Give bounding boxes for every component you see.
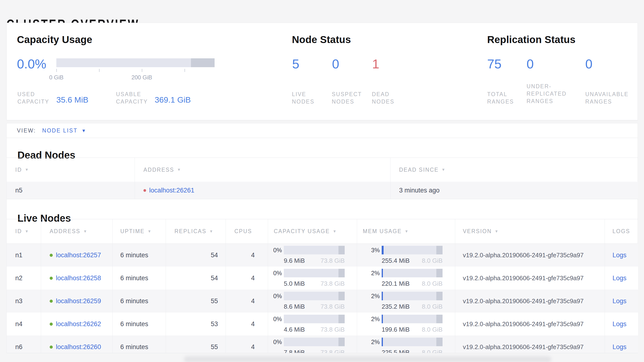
- mem-bar-fill: [382, 246, 384, 254]
- logs-link[interactable]: Logs: [612, 274, 626, 282]
- mem-usage-cell: 3% 255.4 MiB 8.0 GiB: [357, 244, 455, 267]
- node-address-link[interactable]: localhost:26257: [56, 252, 101, 259]
- mem-bar: [382, 292, 442, 300]
- capacity-percent: 0%: [272, 338, 282, 345]
- view-selector-dropdown[interactable]: NODE LIST ▼: [42, 127, 86, 134]
- capacity-used-value: 4.6 MiB: [284, 326, 305, 333]
- view-selected-value: NODE LIST: [42, 127, 78, 134]
- node-address-link[interactable]: localhost:26261: [149, 187, 194, 194]
- capacity-total-value: 73.8 GiB: [320, 303, 345, 310]
- used-capacity-value: 35.6 MiB: [56, 95, 88, 104]
- sort-arrow-icon: ▼: [494, 229, 499, 234]
- node-id-cell: n2: [7, 267, 41, 290]
- total-ranges-count: 75: [487, 57, 502, 71]
- cpus-cell: 4: [226, 290, 268, 312]
- mem-bar: [382, 246, 442, 254]
- mem-used-value: 225.5 MiB: [382, 349, 410, 353]
- live-nodes-label: LIVE NODES: [292, 91, 328, 105]
- capacity-bar: [284, 315, 345, 323]
- bottom-scroll-shadow: [184, 356, 552, 362]
- mem-bar-fill: [382, 338, 383, 346]
- logs-cell: Logs: [605, 267, 638, 290]
- node-address-cell: localhost:26260: [41, 335, 113, 353]
- unavailable-count: 0: [585, 57, 592, 71]
- table-row: n1 localhost:26257 6 minutes 54 4: [7, 244, 638, 267]
- dead-status-dot-icon: [144, 189, 146, 192]
- column-header-uptime[interactable]: UPTIME▼: [113, 219, 166, 243]
- column-header-id[interactable]: ID▼: [7, 219, 41, 243]
- capacity-used-value: 8.6 MiB: [284, 303, 305, 310]
- capacity-used-value: 5.0 MiB: [284, 280, 305, 287]
- mem-percent: 2%: [367, 316, 380, 322]
- mem-bar: [382, 269, 442, 277]
- node-id-cell: n1: [7, 244, 41, 267]
- sort-arrow-icon: ▼: [177, 168, 182, 172]
- sort-arrow-icon: ▼: [148, 229, 152, 234]
- capacity-percent: 0%: [272, 293, 282, 300]
- capacity-usage-cell: 0% 7.8 MiB 73.8 GiB: [268, 335, 357, 353]
- node-address-cell: localhost:26257: [41, 244, 113, 267]
- column-header-address[interactable]: ADDRESS▼: [135, 158, 390, 182]
- logs-link[interactable]: Logs: [612, 297, 626, 305]
- capacity-percent: 0%: [272, 270, 282, 277]
- node-address-link[interactable]: localhost:26260: [56, 343, 101, 351]
- column-header-cpus: CPUS: [226, 219, 268, 243]
- axis-tick-label: 0 GiB: [49, 74, 64, 81]
- capacity-percent-value: 0.0%: [17, 57, 46, 71]
- sort-arrow-icon: ▼: [442, 168, 446, 172]
- capacity-usage-bar: [56, 58, 214, 67]
- total-ranges-label: TOTAL RANGES: [487, 91, 523, 105]
- cpus-cell: 4: [226, 335, 268, 353]
- version-cell: v19.2.0-alpha.20190606-2491-gfe735c9a97: [455, 312, 605, 335]
- chevron-down-icon: ▼: [82, 128, 86, 133]
- node-address-cell: localhost:26261: [135, 182, 390, 199]
- mem-usage-cell: 2% 199.6 MiB 8.0 GiB: [357, 312, 455, 335]
- logs-cell: Logs: [605, 312, 638, 335]
- axis-tick: [56, 69, 57, 72]
- live-status-dot-icon: [50, 345, 53, 349]
- capacity-total-value: 73.8 GiB: [320, 349, 345, 353]
- column-header-id[interactable]: ID▼: [7, 158, 135, 182]
- replicas-cell: 55: [166, 335, 226, 353]
- column-header-logs: LOGS: [605, 219, 638, 243]
- uptime-cell: 6 minutes: [113, 267, 166, 290]
- sort-arrow-icon: ▼: [25, 168, 29, 172]
- capacity-bar: [284, 246, 345, 254]
- replicas-cell: 54: [166, 244, 226, 267]
- suspect-nodes-count: 0: [332, 57, 339, 71]
- column-header-mem-usage[interactable]: MEM USAGE▼: [357, 219, 455, 243]
- mem-total-value: 8.0 GiB: [422, 326, 442, 333]
- column-header-replicas[interactable]: REPLICAS▼: [166, 219, 226, 243]
- mem-used-value: 255.4 MiB: [382, 257, 410, 264]
- usable-capacity-value: 369.1 GiB: [155, 95, 191, 104]
- view-label: VIEW:: [17, 127, 36, 134]
- logs-link[interactable]: Logs: [612, 252, 626, 259]
- uptime-cell: 6 minutes: [113, 335, 166, 353]
- table-row: n3 localhost:26259 6 minutes 55 4: [7, 290, 638, 312]
- column-header-address[interactable]: ADDRESS▼: [41, 219, 113, 243]
- capacity-percent: 0%: [272, 247, 282, 254]
- column-header-capacity-usage[interactable]: CAPACITY USAGE▼: [268, 219, 357, 243]
- node-address-link[interactable]: localhost:26259: [56, 297, 101, 305]
- live-nodes-table-header: ID▼ ADDRESS▼ UPTIME▼ REPLICAS▼ CPUS CAPA…: [7, 219, 638, 244]
- table-row: n6 localhost:26260 6 minutes 55 4: [7, 335, 638, 353]
- replicas-cell: 53: [166, 312, 226, 335]
- capacity-usage-cell: 0% 5.0 MiB 73.8 GiB: [268, 267, 357, 290]
- node-id-cell: n4: [7, 312, 41, 335]
- mem-bar: [382, 315, 442, 323]
- table-row: n5 localhost:26261 3 minutes ago: [7, 182, 638, 199]
- capacity-total-value: 73.8 GiB: [320, 257, 345, 264]
- column-header-version[interactable]: VERSION▼: [455, 219, 605, 243]
- mem-total-value: 8.0 GiB: [422, 303, 442, 310]
- sort-arrow-icon: ▼: [25, 229, 29, 234]
- live-nodes-count: 5: [292, 57, 299, 71]
- logs-link[interactable]: Logs: [612, 320, 626, 328]
- replicas-cell: 54: [166, 267, 226, 290]
- node-address-link[interactable]: localhost:26262: [56, 320, 101, 328]
- live-status-dot-icon: [50, 277, 53, 280]
- mem-percent: 2%: [367, 338, 380, 345]
- logs-link[interactable]: Logs: [612, 343, 626, 351]
- capacity-total-value: 73.8 GiB: [320, 326, 345, 333]
- column-header-dead-since[interactable]: DEAD SINCE▼: [390, 158, 638, 182]
- node-address-link[interactable]: localhost:26258: [56, 274, 101, 282]
